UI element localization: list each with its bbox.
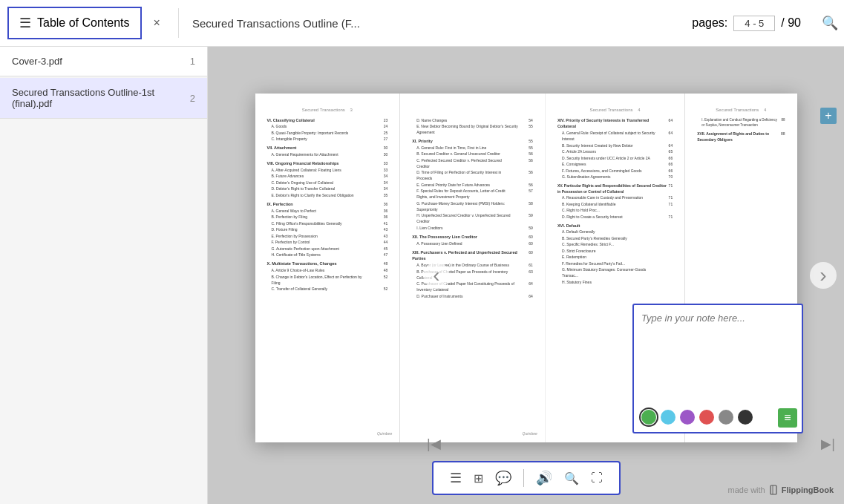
toolbar-divider	[523, 469, 524, 487]
note-popup: 🗑 ≡	[632, 304, 803, 433]
color-green[interactable]	[641, 410, 656, 425]
notes-button[interactable]: 💬	[489, 467, 517, 489]
search-icon[interactable]: 🔍	[816, 9, 844, 37]
add-note-button[interactable]: +	[820, 108, 837, 124]
pages-total: / 90	[781, 16, 801, 30]
toc-button[interactable]: ☰ Table of Contents	[7, 7, 142, 39]
viewer: ‹ › + Secured Transactions 3 VI. Classif…	[208, 47, 844, 504]
nav-prev-button[interactable]: ‹	[423, 262, 450, 289]
sidebar-item-outline[interactable]: Secured Transactions Outline-1st (final)…	[0, 78, 207, 119]
list-view-button[interactable]: ☰	[444, 467, 468, 489]
flippingbook-brand: FlippingBook	[769, 485, 834, 495]
nav-first-button[interactable]: |◀	[427, 436, 441, 452]
grid-view-button[interactable]: ⊞	[468, 468, 489, 488]
pages-section: pages: / 90	[692, 16, 801, 31]
nav-last-button[interactable]: ▶|	[821, 436, 835, 452]
header: ☰ Table of Contents × Secured Transactio…	[0, 0, 844, 47]
svg-rect-0	[771, 485, 776, 494]
sound-button[interactable]: 🔊	[530, 467, 558, 489]
sidebar: Cover-3.pdf 1 Secured Transactions Outli…	[0, 47, 208, 504]
note-textarea[interactable]	[641, 312, 794, 403]
page-brand-mid: Quimbee	[523, 431, 537, 436]
color-gray[interactable]	[719, 410, 733, 425]
made-with-label: made with	[728, 485, 765, 494]
close-icon[interactable]: ×	[149, 15, 165, 31]
nav-next-button[interactable]: ›	[810, 262, 837, 289]
sidebar-item-num: 2	[190, 93, 195, 104]
zoom-button[interactable]: 🔍	[558, 468, 585, 488]
flippingbook-logo: FlippingBook	[782, 485, 834, 494]
doc-title: Secured Transactions Outline (F...	[192, 17, 692, 30]
color-purple[interactable]	[680, 410, 695, 425]
fullscreen-button[interactable]: ⛶	[585, 468, 609, 488]
page-left: Secured Transactions 3 VI. Classifying C…	[255, 94, 401, 442]
color-red[interactable]	[699, 410, 714, 425]
toc-label: Table of Contents	[37, 16, 130, 30]
bottom-toolbar: ☰ ⊞ 💬 🔊 🔍 ⛶	[432, 461, 621, 495]
page-middle: D. Name Changes54 E. New Debtor Becoming…	[400, 94, 546, 442]
sidebar-item-num: 1	[190, 56, 195, 67]
menu-icon: ☰	[19, 15, 31, 31]
sidebar-item-label: Cover-3.pdf	[12, 56, 62, 67]
pages-label: pages:	[692, 16, 727, 30]
pages-input[interactable]	[733, 16, 775, 31]
note-colors: 🗑	[641, 409, 794, 425]
sidebar-item-label: Secured Transactions Outline-1st (final)…	[12, 87, 190, 109]
color-dark[interactable]	[738, 410, 753, 425]
color-cyan[interactable]	[661, 410, 675, 425]
confirm-note-button[interactable]: ≡	[778, 408, 797, 428]
made-with-footer: made with FlippingBook	[728, 485, 834, 495]
page-brand-left: Quimbee	[377, 431, 392, 436]
sidebar-item-cover[interactable]: Cover-3.pdf 1	[0, 47, 207, 76]
flippingbook-icon	[769, 485, 779, 495]
header-divider	[178, 8, 179, 38]
